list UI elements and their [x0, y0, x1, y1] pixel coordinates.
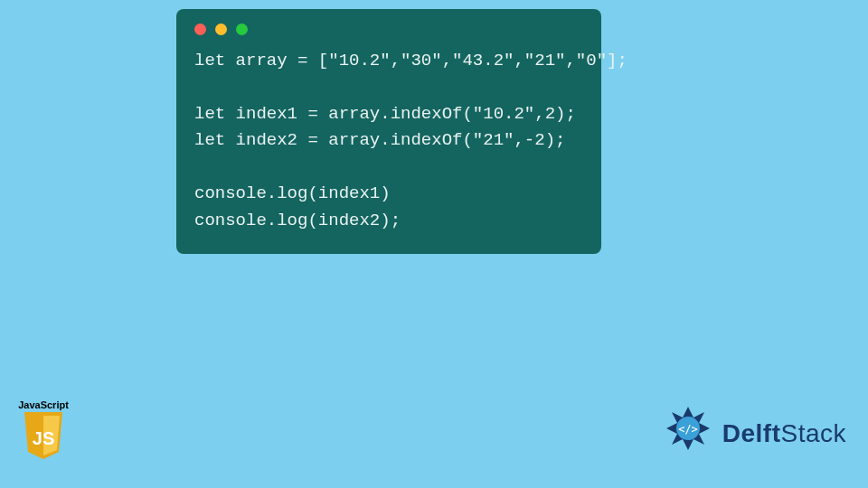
svg-text:</>: </> [678, 423, 698, 436]
brand: </> DelftStack [661, 407, 846, 461]
maximize-dot-icon [236, 23, 248, 35]
code-line: let array = ["10.2","30","43.2","21","0"… [194, 51, 627, 70]
close-dot-icon [194, 23, 206, 35]
code-line: console.log(index2); [194, 211, 401, 230]
javascript-label: JavaScript [16, 399, 71, 410]
code-line: let index1 = array.indexOf("10.2",2); [194, 104, 576, 124]
code-window: let array = ["10.2","30","43.2","21","0"… [176, 9, 601, 254]
brand-name: DelftStack [722, 419, 846, 448]
brand-name-light: Stack [780, 419, 846, 447]
minimize-dot-icon [215, 23, 227, 35]
window-controls [194, 23, 583, 35]
js-monogram: JS [33, 428, 54, 448]
brand-logo-icon: </> [661, 407, 715, 461]
code-line: console.log(index1) [194, 183, 391, 203]
brand-name-bold: Delft [722, 419, 781, 447]
code-line: let index2 = array.indexOf("21",-2); [194, 130, 565, 150]
code-block: let array = ["10.2","30","43.2","21","0"… [194, 48, 583, 234]
javascript-badge: JavaScript JS [16, 399, 71, 459]
javascript-shield-icon: JS [23, 412, 64, 459]
